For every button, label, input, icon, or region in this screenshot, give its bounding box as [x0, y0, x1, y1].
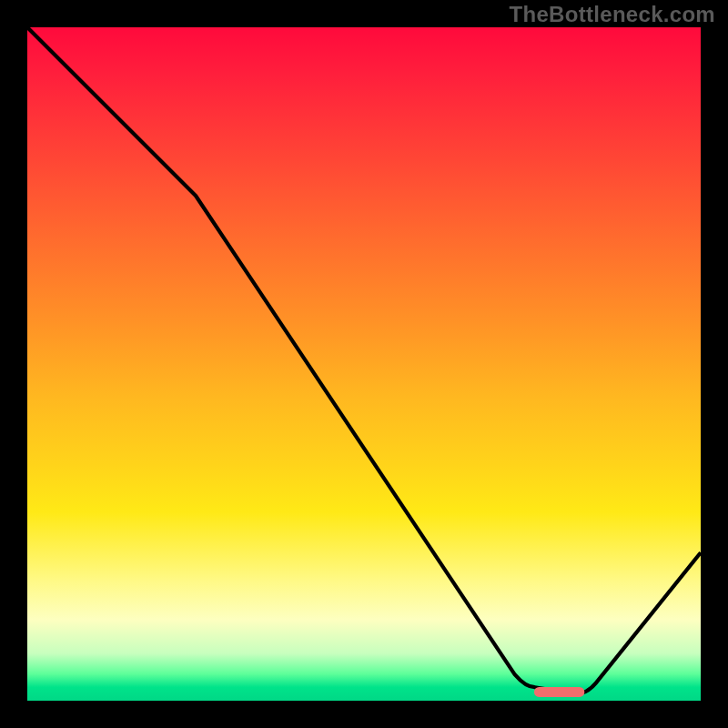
watermark-text: TheBottleneck.com: [510, 2, 715, 27]
chart-frame: TheBottleneck.com: [0, 0, 728, 728]
gradient-plot-area: [27, 27, 701, 701]
